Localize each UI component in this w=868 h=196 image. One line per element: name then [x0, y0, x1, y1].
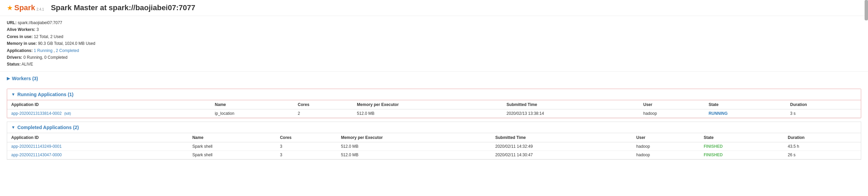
- completed-section-header[interactable]: ▼ Completed Applications (2): [7, 122, 861, 133]
- completed-name-cell: Spark shell: [188, 150, 276, 159]
- memory-row: Memory in use: 90.3 GB Total, 1024.0 MB …: [7, 40, 861, 47]
- completed-col-name: Name: [188, 133, 276, 142]
- url-label: URL:: [7, 20, 17, 25]
- drivers-row: Drivers: 0 Running, 0 Completed: [7, 54, 861, 61]
- completed-cores-cell: 3: [276, 142, 337, 150]
- running-col-duration: Duration: [786, 100, 861, 109]
- running-col-submitted: Submitted Time: [502, 100, 639, 109]
- completed-col-cores: Cores: [276, 133, 337, 142]
- cluster-info: URL: spark://baojiabei07:7077 Alive Work…: [0, 16, 868, 71]
- running-col-memory: Memory per Executor: [353, 100, 502, 109]
- running-section-header[interactable]: ▼ Running Applications (1): [7, 89, 861, 100]
- kill-link[interactable]: (kill): [64, 111, 71, 115]
- memory-value: 90.3 GB Total, 1024.0 MB Used: [38, 41, 95, 46]
- completed-table-container: ▼ Completed Applications (2) Application…: [7, 122, 861, 160]
- completed-col-memory: Memory per Executor: [337, 133, 491, 142]
- logo-version: 2.4.1: [36, 7, 44, 11]
- logo-star-icon: ★: [7, 4, 13, 12]
- completed-memory-cell: 512.0 MB: [337, 150, 491, 159]
- completed-memory-cell: 512.0 MB: [337, 142, 491, 150]
- table-row: app-20200213133814-0002 (kill) ip_locati…: [7, 109, 861, 118]
- running-applications-table: Application ID Name Cores Memory per Exe…: [7, 100, 861, 118]
- running-table-header-row: Application ID Name Cores Memory per Exe…: [7, 100, 861, 109]
- running-name-cell: ip_location: [211, 109, 294, 118]
- running-col-state: State: [705, 100, 786, 109]
- workers-section-header[interactable]: ▶ Workers (3): [7, 74, 861, 83]
- running-app-id-cell: app-20200213133814-0002 (kill): [7, 109, 211, 118]
- completed-applications-table: Application ID Name Cores Memory per Exe…: [7, 133, 861, 159]
- running-state-cell: RUNNING: [705, 109, 786, 118]
- completed-submitted-cell: 2020/02/11 14:30:47: [491, 150, 632, 159]
- status-value: ALIVE: [21, 62, 33, 67]
- completed-arrow-icon: ▼: [11, 125, 15, 130]
- status-row: Status: ALIVE: [7, 61, 861, 68]
- workers-arrow-icon: ▶: [7, 76, 10, 81]
- running-submitted-cell: 2020/02/13 13:38:14: [502, 109, 639, 118]
- page-header: ★ Spark 2.4.1 Spark Master at spark://ba…: [0, 0, 868, 16]
- workers-section: ▶ Workers (3): [0, 71, 868, 85]
- memory-label: Memory in use:: [7, 41, 37, 46]
- running-col-name: Name: [211, 100, 294, 109]
- running-app-id-link[interactable]: app-20200213133814-0002: [11, 111, 62, 116]
- applications-completed-link[interactable]: 2 Completed: [56, 48, 79, 53]
- table-row: app-20200211143047-0000 Spark shell 3 51…: [7, 150, 861, 159]
- cores-label: Cores in use:: [7, 34, 33, 39]
- completed-col-user: User: [632, 133, 700, 142]
- running-arrow-icon: ▼: [11, 92, 15, 97]
- drivers-value: 0 Running, 0 Completed: [23, 55, 67, 60]
- completed-app-id-cell: app-20200211143047-0000: [7, 150, 188, 159]
- running-col-cores: Cores: [294, 100, 353, 109]
- running-col-app-id: Application ID: [7, 100, 211, 109]
- url-row: URL: spark://baojiabei07:7077: [7, 19, 861, 26]
- completed-duration-cell: 26 s: [784, 150, 861, 159]
- completed-duration-cell: 43.5 h: [784, 142, 861, 150]
- completed-table-header-row: Application ID Name Cores Memory per Exe…: [7, 133, 861, 142]
- completed-state-cell: FINISHED: [700, 142, 784, 150]
- running-col-user: User: [639, 100, 705, 109]
- completed-user-cell: hadoop: [632, 142, 700, 150]
- completed-submitted-cell: 2020/02/11 14:32:49: [491, 142, 632, 150]
- running-section-label: Running Applications (1): [17, 92, 74, 97]
- completed-applications-section: ▼ Completed Applications (2) Application…: [7, 122, 861, 160]
- alive-workers-label: Alive Workers:: [7, 27, 35, 32]
- running-user-cell: hadoop: [639, 109, 705, 118]
- status-label: Status:: [7, 62, 21, 67]
- completed-user-cell: hadoop: [632, 150, 700, 159]
- completed-app-id-link[interactable]: app-20200211143249-0001: [11, 144, 62, 149]
- completed-col-submitted: Submitted Time: [491, 133, 632, 142]
- completed-cores-cell: 3: [276, 150, 337, 159]
- page-title: Spark Master at spark://baojiabei07:7077: [51, 3, 195, 12]
- running-duration-cell: 3 s: [786, 109, 861, 118]
- scrollbar[interactable]: [865, 0, 868, 20]
- cores-value: 12 Total, 2 Used: [34, 34, 63, 39]
- completed-col-duration: Duration: [784, 133, 861, 142]
- completed-col-state: State: [700, 133, 784, 142]
- alive-workers-value: 3: [36, 27, 39, 32]
- completed-app-id-cell: app-20200211143249-0001: [7, 142, 188, 150]
- applications-label: Applications:: [7, 48, 33, 53]
- spark-logo: ★ Spark 2.4.1: [7, 3, 44, 12]
- applications-row: Applications: 1 Running , 2 Completed: [7, 47, 861, 54]
- completed-app-id-link[interactable]: app-20200211143047-0000: [11, 153, 62, 157]
- running-memory-cell: 512.0 MB: [353, 109, 502, 118]
- drivers-label: Drivers:: [7, 55, 22, 60]
- logo-spark-text: Spark: [14, 3, 35, 12]
- completed-name-cell: Spark shell: [188, 142, 276, 150]
- table-row: app-20200211143249-0001 Spark shell 3 51…: [7, 142, 861, 150]
- applications-running-link[interactable]: 1 Running: [34, 48, 52, 53]
- url-value: spark://baojiabei07:7077: [18, 20, 62, 25]
- alive-workers-row: Alive Workers: 3: [7, 26, 861, 33]
- completed-state-cell: FINISHED: [700, 150, 784, 159]
- running-applications-section: ▼ Running Applications (1) Application I…: [7, 89, 861, 118]
- completed-col-app-id: Application ID: [7, 133, 188, 142]
- cores-row: Cores in use: 12 Total, 2 Used: [7, 33, 861, 40]
- running-cores-cell: 2: [294, 109, 353, 118]
- workers-section-label: Workers (3): [12, 76, 38, 81]
- completed-section-label: Completed Applications (2): [17, 125, 79, 130]
